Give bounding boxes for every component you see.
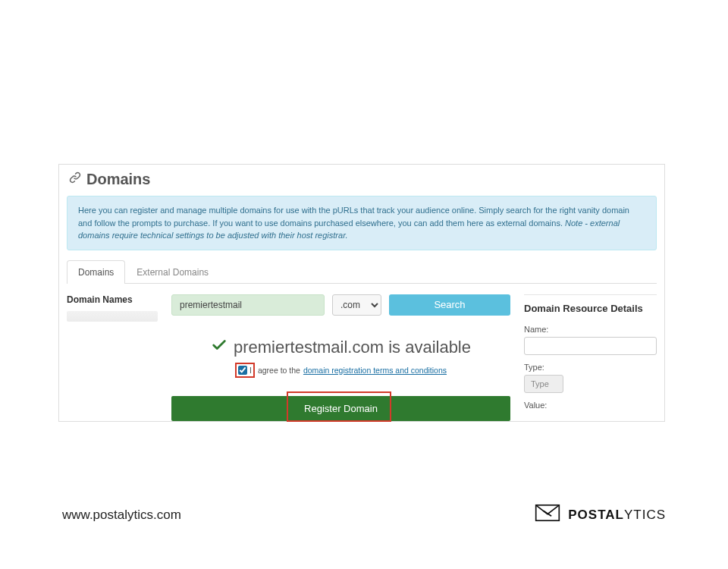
availability-block: premiertestmail.com is available I agree… [171,337,510,378]
brand-bold: POSTAL [568,508,624,522]
agree-prefix-partial: I [249,366,252,375]
search-button[interactable]: Search [389,294,510,316]
name-label: Name: [524,325,657,334]
tab-domains[interactable]: Domains [67,260,125,284]
footer: www.postalytics.com POSTALYTICS [0,504,728,526]
terms-link[interactable]: domain registration terms and conditions [303,366,447,375]
type-label: Type: [524,363,657,372]
agree-text: agree to the [258,366,300,375]
tab-external-domains[interactable]: External Domains [125,260,220,284]
terms-checkbox-highlight: I [235,363,255,378]
panel-header: Domains [59,165,664,193]
envelope-icon [535,504,560,526]
type-input [524,375,563,393]
tabs: Domains External Domains [67,259,657,284]
brand-text: POSTALYTICS [568,508,666,523]
domain-names-column: Domain Names [67,294,158,421]
terms-line: I agree to the domain registration terms… [235,363,447,378]
content-row: Domain Names .com Search premiertestmail… [59,284,664,421]
link-icon [68,171,82,188]
brand: POSTALYTICS [535,504,666,526]
brand-light: YTICS [624,508,666,522]
register-domain-button[interactable]: Register Domain [171,396,510,421]
info-alert: Here you can register and manage multipl… [67,196,657,250]
footer-url: www.postalytics.com [62,508,181,523]
name-input[interactable] [524,337,657,355]
info-text: Here you can register and manage multipl… [78,206,629,228]
value-label: Value: [524,401,657,410]
domains-panel: Domains Here you can register and manage… [58,164,665,422]
page-title: Domains [68,171,655,188]
check-icon [211,337,228,358]
domain-search-input[interactable] [171,294,325,316]
list-item[interactable] [67,311,158,322]
search-column: .com Search premiertestmail.com is avail… [171,294,510,421]
availability-line: premiertestmail.com is available [211,337,471,358]
terms-checkbox[interactable] [238,366,247,375]
availability-text: premiertestmail.com is available [234,338,471,357]
tld-select[interactable]: .com [332,294,381,316]
search-row: .com Search [171,294,510,316]
page-title-text: Domains [86,171,150,188]
resource-details-column: Domain Resource Details Name: Type: Valu… [524,294,657,421]
resource-details-title: Domain Resource Details [524,303,657,314]
domain-names-title: Domain Names [67,294,158,305]
register-wrap: Register Domain [171,396,510,421]
